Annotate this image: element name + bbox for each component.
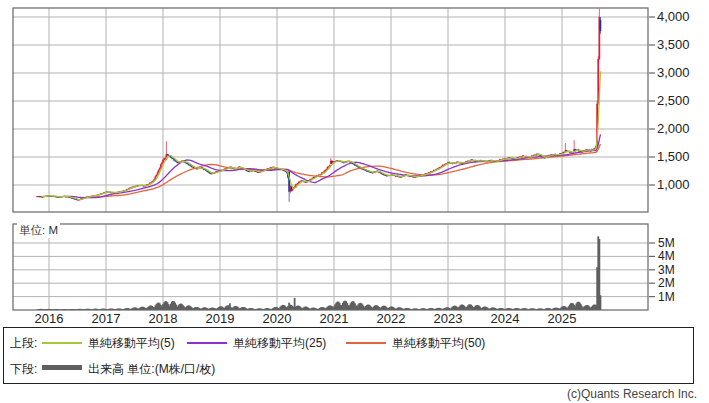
price-tick-label: 1,000 [657, 177, 690, 193]
ma50-line [91, 144, 601, 197]
year-tick-label: 2018 [141, 311, 185, 326]
year-tick-label: 2020 [255, 311, 299, 326]
price-tick-label: 2,000 [657, 121, 690, 137]
volume-unit-label: 単位: M [17, 223, 60, 238]
legend-volume-label: 出来高 単位:(M株/口/枚) [88, 361, 215, 378]
year-tick-label: 2016 [27, 311, 71, 326]
legend-lower-label: 下段: [10, 361, 37, 378]
price-tick-label: 3,000 [657, 65, 690, 81]
ma25-line-swatch [187, 342, 227, 344]
legend-ma5-label: 単純移動平均(5) [88, 335, 175, 352]
year-tick-label: 2023 [426, 311, 470, 326]
price-tick-label: 1,500 [657, 149, 690, 165]
year-tick-label: 2025 [540, 311, 584, 326]
legend-upper-label: 上段: [10, 335, 37, 352]
legend-ma25-label: 単純移動平均(25) [233, 335, 326, 352]
legend-ma50-label: 単純移動平均(50) [392, 335, 485, 352]
year-tick-label: 2024 [483, 311, 527, 326]
candlesticks [36, 9, 601, 202]
volume-bars [36, 236, 601, 310]
copyright-credit: (c)Quants Research Inc. [567, 387, 697, 401]
price-tick-label: 4,000 [657, 9, 690, 25]
year-tick-label: 2021 [312, 311, 356, 326]
legend-box: 上段: 単純移動平均(5) 単純移動平均(25) 単純移動平均(50) 下段: … [3, 327, 694, 384]
year-tick-label: 2017 [84, 311, 128, 326]
year-tick-label: 2019 [198, 311, 242, 326]
ma5-line-swatch [42, 342, 82, 344]
volume-tick-label: 5M [658, 235, 675, 251]
ma25-line [63, 134, 600, 198]
stock-chart-page: 1,0001,5002,0002,5003,0003,5004,000 1M2M… [0, 0, 709, 403]
price-tick-label: 2,500 [657, 93, 690, 109]
year-tick-label: 2022 [369, 311, 413, 326]
axis-tick-marks [649, 17, 655, 297]
ma50-line-swatch [346, 342, 386, 344]
volume-bar-swatch [42, 365, 82, 370]
price-tick-label: 3,500 [657, 37, 690, 53]
